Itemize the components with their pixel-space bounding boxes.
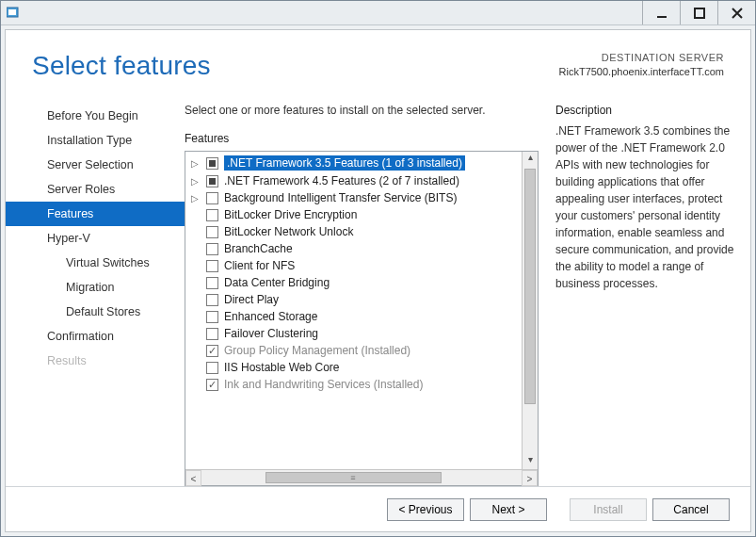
feature-checkbox[interactable] — [206, 243, 218, 255]
feature-row[interactable]: Client for NFS — [185, 257, 522, 274]
feature-row[interactable]: IIS Hostable Web Core — [185, 359, 522, 376]
feature-label: Group Policy Management (Installed) — [224, 344, 410, 357]
feature-checkbox[interactable] — [206, 157, 218, 170]
feature-label: Client for NFS — [224, 259, 295, 272]
maximize-button[interactable] — [680, 1, 717, 24]
feature-checkbox[interactable] — [206, 226, 218, 238]
sidebar-item-virtual-switches[interactable]: Virtual Switches — [6, 251, 185, 275]
sidebar-item-migration[interactable]: Migration — [6, 275, 185, 300]
vertical-scrollbar[interactable]: ▴ ▾ — [522, 152, 538, 469]
sidebar-item-label: Migration — [66, 281, 114, 294]
feature-label: Direct Play — [224, 293, 279, 306]
features-label: Features — [185, 132, 539, 145]
feature-label: BitLocker Network Unlock — [224, 225, 353, 238]
page-title: Select features — [32, 51, 211, 81]
feature-checkbox[interactable] — [206, 175, 218, 187]
sidebar: Before You BeginInstallation TypeServer … — [6, 90, 185, 486]
footer: < Previous Next > Install Cancel — [6, 486, 750, 531]
feature-label: Ink and Handwriting Services (Installed) — [224, 378, 423, 391]
scroll-right-arrow[interactable]: > — [522, 470, 538, 486]
sidebar-item-label: Confirmation — [47, 330, 114, 343]
feature-checkbox[interactable] — [206, 209, 218, 221]
close-button[interactable] — [717, 1, 755, 24]
tree-expander-icon[interactable]: ▷ — [189, 193, 201, 203]
sidebar-item-confirmation[interactable]: Confirmation — [6, 324, 185, 349]
description-label: Description — [555, 104, 739, 117]
destination-label: DESTINATION SERVER — [559, 51, 724, 65]
svg-rect-2 — [657, 16, 667, 18]
window-controls — [642, 1, 755, 24]
sidebar-item-hyper-v[interactable]: Hyper-V — [6, 226, 185, 251]
feature-row[interactable]: Direct Play — [185, 291, 522, 308]
scroll-down-arrow[interactable]: ▾ — [523, 454, 538, 469]
tree-expander-icon[interactable]: ▷ — [189, 158, 201, 169]
feature-label: IIS Hostable Web Core — [224, 361, 340, 374]
feature-label: .NET Framework 3.5 Features (1 of 3 inst… — [224, 155, 465, 171]
cancel-button[interactable]: Cancel — [652, 498, 730, 521]
feature-label: BitLocker Drive Encryption — [224, 208, 357, 221]
next-button[interactable]: Next > — [470, 498, 547, 521]
sidebar-item-before-you-begin[interactable]: Before You Begin — [6, 104, 185, 128]
sidebar-item-label: Before You Begin — [47, 109, 138, 122]
minimize-button[interactable] — [642, 1, 680, 24]
sidebar-item-default-stores[interactable]: Default Stores — [6, 300, 185, 324]
features-scroll-area: ▷.NET Framework 3.5 Features (1 of 3 ins… — [185, 152, 538, 469]
feature-checkbox — [206, 379, 218, 391]
feature-row[interactable]: Failover Clustering — [185, 325, 522, 342]
feature-checkbox[interactable] — [206, 277, 218, 289]
scroll-up-arrow[interactable]: ▴ — [523, 152, 538, 167]
previous-button[interactable]: < Previous — [387, 498, 464, 521]
feature-row[interactable]: Enhanced Storage — [185, 308, 522, 325]
feature-label: BranchCache — [224, 242, 293, 255]
sidebar-item-label: Virtual Switches — [66, 256, 150, 269]
sidebar-item-label: Features — [47, 207, 93, 220]
sidebar-item-server-roles[interactable]: Server Roles — [6, 177, 185, 202]
features-list: ▷.NET Framework 3.5 Features (1 of 3 ins… — [185, 152, 522, 469]
wizard-body: Before You BeginInstallation TypeServer … — [6, 87, 750, 486]
feature-row[interactable]: Data Center Bridging — [185, 274, 522, 291]
tree-expander-icon[interactable]: ▷ — [189, 176, 201, 187]
scroll-left-arrow[interactable]: < — [185, 470, 201, 486]
instruction-text: Select one or more features to install o… — [185, 104, 539, 117]
sidebar-item-results: Results — [6, 349, 185, 373]
horizontal-scroll-track[interactable]: ≡ — [201, 470, 522, 485]
horizontal-scroll-thumb[interactable]: ≡ — [265, 472, 442, 483]
feature-label: .NET Framework 4.5 Features (2 of 7 inst… — [224, 174, 459, 187]
feature-row[interactable]: BitLocker Drive Encryption — [185, 206, 522, 223]
sidebar-item-label: Results — [47, 354, 87, 367]
feature-row[interactable]: BranchCache — [185, 240, 522, 257]
svg-rect-3 — [695, 8, 704, 18]
sidebar-item-features[interactable]: Features — [6, 202, 185, 226]
feature-row: Group Policy Management (Installed) — [185, 342, 522, 359]
feature-checkbox[interactable] — [206, 362, 218, 374]
sidebar-item-label: Hyper-V — [47, 232, 90, 245]
sidebar-item-label: Server Selection — [47, 158, 134, 171]
svg-rect-1 — [8, 9, 16, 15]
sidebar-item-label: Installation Type — [47, 134, 132, 147]
sidebar-item-installation-type[interactable]: Installation Type — [6, 128, 185, 153]
feature-label: Data Center Bridging — [224, 276, 330, 289]
feature-checkbox[interactable] — [206, 311, 218, 323]
horizontal-scrollbar[interactable]: < ≡ > — [185, 469, 538, 485]
feature-checkbox[interactable] — [206, 260, 218, 272]
feature-checkbox[interactable] — [206, 294, 218, 306]
description-text: .NET Framework 3.5 combines the power of… — [555, 122, 739, 292]
feature-checkbox[interactable] — [206, 192, 218, 204]
sidebar-item-server-selection[interactable]: Server Selection — [6, 153, 185, 177]
feature-row[interactable]: ▷.NET Framework 4.5 Features (2 of 7 ins… — [185, 172, 522, 189]
feature-row[interactable]: ▷.NET Framework 3.5 Features (1 of 3 ins… — [185, 154, 522, 172]
wizard-content: Select features DESTINATION SERVER RickT… — [5, 29, 751, 532]
feature-checkbox[interactable] — [206, 328, 218, 340]
install-button: Install — [570, 498, 647, 521]
feature-row: Ink and Handwriting Services (Installed) — [185, 376, 522, 393]
destination-server: RickT7500.phoenix.interfaceTT.com — [559, 65, 724, 79]
feature-label: Background Intelligent Transfer Service … — [224, 191, 457, 204]
feature-label: Failover Clustering — [224, 327, 318, 340]
description-panel: Description .NET Framework 3.5 combines … — [555, 104, 739, 486]
feature-row[interactable]: ▷Background Intelligent Transfer Service… — [185, 189, 522, 206]
app-icon — [7, 6, 22, 21]
destination-info: DESTINATION SERVER RickT7500.phoenix.int… — [559, 51, 724, 81]
vertical-scroll-thumb[interactable] — [524, 169, 536, 404]
sidebar-item-label: Server Roles — [47, 183, 115, 196]
feature-row[interactable]: BitLocker Network Unlock — [185, 223, 522, 240]
